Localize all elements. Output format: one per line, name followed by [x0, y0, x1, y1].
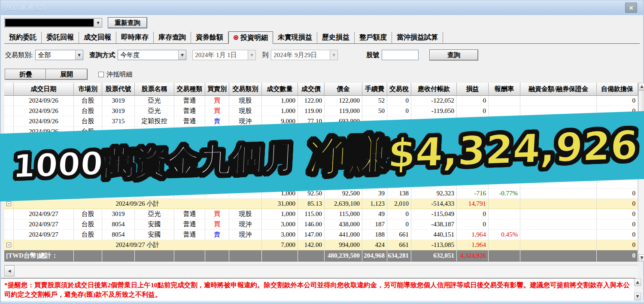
tab-5[interactable]: 庫存查詢: [154, 32, 191, 43]
tab-9[interactable]: 歷史損益: [317, 32, 355, 43]
cell-ror: [489, 96, 520, 106]
table-row[interactable]: 2024/09/26 小計31,00085.132,639,1001,1232,…: [4, 199, 638, 209]
account-redacted-value: [5, 19, 94, 27]
tab-7[interactable]: 投資明細: [228, 31, 273, 44]
cell-class: 現股: [229, 209, 262, 219]
tab-1[interactable]: 預約委託: [4, 32, 42, 43]
cell-pnl: 1,964: [457, 230, 489, 240]
scrollbar-track[interactable]: [15, 265, 638, 277]
date-to-picker[interactable]: 2024年 9月29日 ▼: [271, 50, 338, 60]
cell-ror: [489, 209, 520, 219]
scroll-left-icon[interactable]: ◀: [4, 265, 15, 277]
table-row[interactable]: 2024/09/27台股8054安國普通賣現沖3,000147.00441,00…: [4, 230, 638, 240]
scroll-up-icon[interactable]: ▲: [634, 279, 641, 286]
column-header-class[interactable]: 交易類別: [229, 83, 262, 96]
tab-2[interactable]: 委託回報: [42, 32, 79, 43]
trade-type-select[interactable]: 全部 ▼: [35, 50, 83, 60]
table-row[interactable]: 2024/09/27台股8054安國普通買現沖3,000146.00438,00…: [4, 219, 638, 230]
column-header-amount[interactable]: 價金: [325, 83, 362, 96]
column-header-kind[interactable]: 交易種類: [174, 83, 205, 96]
scroll-up-icon[interactable]: ▲: [638, 83, 644, 90]
tab-label: 庫存查詢: [158, 33, 186, 41]
column-header-name[interactable]: 股票名稱: [135, 83, 174, 96]
scrollbar-thumb[interactable]: [638, 90, 644, 112]
collapse-minus-icon[interactable]: [6, 243, 11, 247]
window-bottom-edge: [1, 301, 644, 304]
column-header-market[interactable]: 市場別: [74, 83, 102, 96]
column-header-tax[interactable]: 交易稅: [387, 83, 411, 96]
scroll-down-icon[interactable]: ▼: [638, 254, 644, 261]
cell-kind: 普通: [174, 219, 205, 230]
offset-detail-checkbox[interactable]: [98, 72, 104, 77]
total-cell-margin: [520, 250, 597, 261]
total-cell-code: [102, 250, 135, 261]
column-header-fee[interactable]: 手續費: [362, 83, 387, 96]
cell-pnl: 0: [457, 219, 489, 230]
cell-pnl: 0: [457, 96, 489, 106]
table-horizontal-scrollbar[interactable]: ◀: [4, 265, 638, 277]
date-from-picker[interactable]: 2024年 1月 1日 ▼: [192, 50, 256, 60]
table-row[interactable]: 2024/09/27台股3019亞光普通買現股1,000115.00115,00…: [4, 209, 638, 219]
column-header-side[interactable]: 買賣別: [205, 83, 229, 96]
cell-tax: 661: [387, 240, 411, 250]
account-dropdown-button[interactable]: ▼: [94, 18, 102, 27]
tab-3[interactable]: 成交回報: [79, 32, 116, 43]
tab-label: 委託回報: [46, 33, 74, 41]
cell-margin: [520, 219, 597, 230]
tab-4[interactable]: 即時庫存: [116, 32, 154, 43]
chevron-down-icon[interactable]: ▼: [75, 50, 83, 60]
collapse-minus-icon[interactable]: [6, 201, 11, 206]
query-button[interactable]: 查詢: [430, 50, 478, 60]
trade-type-value: 全部: [36, 51, 75, 59]
column-header-date[interactable]: 成交日期: [14, 83, 74, 96]
column-header-pnl[interactable]: 損益: [457, 83, 489, 96]
cell-name: 亞光: [135, 106, 174, 116]
tab-10[interactable]: 整戶額度: [355, 32, 392, 43]
cell-kind: 普通: [174, 106, 205, 116]
total-cell-pnl: 4,324,926: [457, 250, 489, 261]
column-header-margin[interactable]: 融資金額/融券保證金: [520, 83, 597, 96]
cell-code: 8054: [102, 219, 135, 230]
cell-pnl: 14,791: [457, 199, 489, 209]
scroll-down-icon[interactable]: ▼: [634, 293, 641, 300]
cell-fee: 1,123: [362, 199, 387, 209]
cell-margin: [520, 209, 597, 219]
cell-fee: 52: [362, 96, 387, 106]
column-header-own[interactable]: 自備款擔保: [597, 83, 638, 96]
cell-tax: 661: [387, 230, 411, 240]
tab-label: 即時庫存: [121, 33, 149, 41]
note-vertical-scrollbar[interactable]: ▲ ▼: [634, 279, 641, 300]
column-header-ror[interactable]: 報酬率: [489, 83, 520, 96]
cell-fee: 50: [362, 106, 387, 116]
close-button[interactable]: ×: [625, 3, 637, 13]
account-selector[interactable]: ▼: [4, 18, 102, 27]
tab-6[interactable]: 資券餘額: [191, 32, 228, 43]
column-header-payable[interactable]: 應收付帳款: [411, 83, 457, 96]
tab-11[interactable]: 當沖損益試算: [392, 32, 443, 43]
cell-side: 買: [205, 219, 229, 230]
stock-code-label: 股號: [366, 51, 379, 59]
cell-name: 亞光: [135, 96, 174, 106]
cell-payable: -119,050: [411, 106, 457, 116]
table-row[interactable]: 2024/09/26台股3019亞光普通買現股1,000122.00122,00…: [4, 96, 638, 106]
cell-fee: 187: [362, 219, 387, 230]
total-label: [TWD台幣]總計：: [4, 250, 74, 261]
query-method-select[interactable]: 今年度 ▼: [118, 50, 186, 60]
expand-button[interactable]: 展開: [46, 69, 87, 79]
column-header-qty[interactable]: 成交數量: [262, 83, 298, 96]
column-header-code[interactable]: 股票代號: [102, 83, 135, 96]
column-header-price[interactable]: 成交價: [298, 83, 325, 96]
table-row[interactable]: 2024/09/27 小計7,000142.00994,000424661-11…: [4, 240, 638, 250]
chevron-down-icon[interactable]: ▼: [178, 50, 186, 60]
account-toolbar: ▼ 重新查詢: [4, 18, 147, 28]
cell-date: 2024/09/26: [14, 116, 74, 127]
requery-button[interactable]: 重新查詢: [108, 18, 147, 28]
cell-ror: [489, 106, 520, 116]
collapse-toggle[interactable]: [4, 240, 14, 250]
stock-code-input[interactable]: [382, 50, 419, 60]
cell-code: 3715: [102, 116, 135, 127]
total-cell-qty: [262, 250, 298, 261]
cell-payable: -122,052: [411, 96, 457, 106]
collapse-button[interactable]: 折疊: [5, 69, 46, 79]
tab-8[interactable]: 未實現損益: [273, 32, 317, 43]
